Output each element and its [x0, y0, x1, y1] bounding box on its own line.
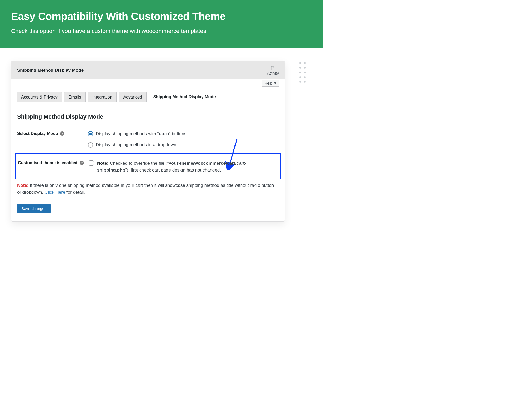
display-mode-options: Display shipping methods with "radio" bu… [88, 131, 186, 148]
hero-banner: Easy Compatibility With Customized Theme… [0, 0, 323, 48]
note-label: Note: [97, 161, 108, 166]
chevron-down-icon [274, 82, 276, 84]
help-label: Help [265, 81, 272, 85]
note-text-2: "), first check cart page design has not… [125, 168, 221, 173]
tab-accounts-privacy[interactable]: Accounts & Privacy [17, 92, 62, 102]
stage: Shipping Method Display Mode Activity He… [0, 48, 323, 232]
field-custom-theme: Customised theme is enabled ? Note: Chec… [18, 160, 277, 174]
radio-input[interactable] [88, 142, 93, 148]
click-here-link[interactable]: Click Here [45, 190, 65, 195]
option-radio-buttons[interactable]: Display shipping methods with "radio" bu… [88, 131, 186, 136]
highlighted-setting: Customised theme is enabled ? Note: Chec… [15, 153, 281, 179]
hero-subtitle: Check this option if you have a custom t… [11, 28, 312, 35]
tab-integration[interactable]: Integration [88, 92, 117, 102]
hero-title: Easy Compatibility With Customized Theme [11, 11, 312, 22]
tab-advanced[interactable]: Advanced [119, 92, 146, 102]
decorative-dots [299, 62, 306, 83]
custom-theme-checkbox[interactable] [89, 160, 94, 166]
display-mode-label: Select Display Mode ? [17, 131, 84, 136]
note-text-1: Checked to override the file (" [108, 161, 169, 166]
footer-note: Note: If there is only one shipping meth… [17, 182, 279, 196]
tab-shipping-display-mode[interactable]: Shipping Method Display Mode [149, 92, 220, 102]
note-label: Note: [17, 183, 28, 188]
custom-theme-label-text: Customised theme is enabled [18, 160, 78, 165]
activity-label: Activity [267, 71, 279, 75]
note-body-2: for detail. [65, 190, 85, 195]
activity-button[interactable]: Activity [267, 65, 279, 75]
custom-theme-note: Note: Checked to override the file ("you… [97, 160, 277, 174]
radio-input-checked[interactable] [88, 131, 93, 136]
settings-panel: Shipping Method Display Mode Activity He… [11, 61, 285, 222]
help-icon[interactable]: ? [60, 131, 64, 136]
custom-theme-label: Customised theme is enabled ? [18, 160, 85, 165]
panel-title: Shipping Method Display Mode [17, 68, 84, 73]
tab-emails[interactable]: Emails [64, 92, 86, 102]
display-mode-label-text: Select Display Mode [17, 131, 58, 136]
save-changes-button[interactable]: Save changes [17, 204, 51, 213]
flag-icon [270, 65, 276, 71]
field-display-mode: Select Display Mode ? Display shipping m… [17, 131, 279, 148]
settings-content: Shipping Method Display Mode Select Disp… [11, 102, 285, 221]
section-heading: Shipping Method Display Mode [17, 113, 279, 120]
option-dropdown[interactable]: Display shipping methods in a dropdown [88, 142, 186, 148]
panel-header: Shipping Method Display Mode Activity [11, 61, 285, 79]
help-dropdown[interactable]: Help [262, 80, 279, 87]
option-label: Display shipping methods in a dropdown [96, 142, 176, 148]
option-label: Display shipping methods with "radio" bu… [96, 131, 186, 136]
help-bar: Help [11, 79, 285, 87]
settings-tabs: Accounts & Privacy Emails Integration Ad… [11, 87, 285, 102]
custom-theme-control: Note: Checked to override the file ("you… [89, 160, 277, 174]
help-icon[interactable]: ? [80, 161, 84, 165]
